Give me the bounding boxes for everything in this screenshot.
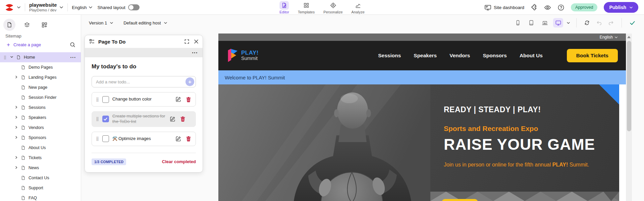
new-todo-input[interactable] [96,79,185,84]
delete-icon[interactable] [185,136,192,142]
todo-checkbox-checked[interactable] [102,116,109,122]
site-preview-canvas[interactable]: English PLAY! Summit Sessions Speakers V… [218,34,626,201]
nav-link-vendors[interactable]: Vendors [449,53,470,59]
welcome-banner[interactable]: Welcome to PLAY! Summit [218,70,626,84]
preview-scrollbar[interactable] [626,34,632,201]
device-tablet-button[interactable] [526,18,536,27]
chevron-right-icon[interactable] [14,155,19,160]
tab-templates[interactable]: Templates [298,1,315,14]
chevron-right-icon[interactable] [14,75,19,80]
pages-panel-button[interactable] [3,19,15,31]
delete-icon[interactable] [185,96,192,103]
tree-item-sessions[interactable]: Sessions [0,103,81,113]
edit-icon[interactable] [169,116,176,122]
clear-completed-button[interactable]: Clear completed [162,159,196,164]
edit-icon[interactable] [175,136,181,142]
site-selector[interactable]: playwebsite PlayDemo / dev [29,2,57,12]
tree-item-demo-pages[interactable]: Demo Pages [0,62,81,72]
tree-item-vendors[interactable]: Vendors [0,123,81,133]
page-icon [21,95,25,100]
expand-icon[interactable] [184,39,189,44]
reload-canvas-button[interactable] [583,18,591,27]
drag-handle-icon[interactable]: ⣿ [96,136,99,141]
save-confirm-check-icon[interactable] [628,18,637,27]
create-page-button[interactable]: + Create a page [7,42,41,48]
redo-button[interactable] [607,18,615,27]
undo-button[interactable] [595,18,603,27]
tree-item-news[interactable]: News [0,163,81,173]
tab-personalize[interactable]: Personalize [323,1,342,14]
tree-item-speakers[interactable]: Speakers [0,113,81,123]
delete-icon[interactable] [180,116,186,122]
chevron-right-icon[interactable] [14,165,19,171]
nav-link-sponsors[interactable]: Sponsors [483,53,506,59]
tab-editor[interactable]: Editor [279,1,289,14]
todo-checkbox[interactable] [102,135,109,142]
layers-icon [24,22,30,28]
drag-handle-icon[interactable]: ⣿ [3,55,7,60]
book-tickets-button[interactable]: Book Tickets [567,49,618,62]
app-switcher-chevron-icon[interactable] [17,6,21,9]
chevron-right-icon[interactable] [14,105,19,110]
help-icon[interactable] [557,4,565,11]
tree-item-faq[interactable]: FAQ [0,193,81,201]
tree-item-home[interactable]: ⣿ Home ••• [0,52,81,62]
drag-handle-icon[interactable]: ⣿ [96,117,99,121]
edit-icon[interactable] [175,96,181,103]
components-panel-button[interactable] [38,19,50,31]
chevron-right-icon[interactable] [14,135,19,140]
todo-panel-toolbar: ••• [85,48,203,57]
chevron-right-icon[interactable] [14,115,19,120]
nav-link-sessions[interactable]: Sessions [378,53,401,59]
tree-item-about-us[interactable]: About Us [0,143,81,153]
play-summit-logo[interactable]: PLAY! Summit [226,49,259,63]
tree-item-new-page[interactable]: New page [0,82,81,92]
todo-checkbox[interactable] [102,96,109,103]
sitecore-logo-icon[interactable] [5,3,14,12]
tree-item-sponsors[interactable]: Sponsors [0,133,81,143]
add-todo-button[interactable]: + [185,77,194,86]
more-options-icon[interactable]: ••• [70,55,76,59]
device-desktop-button[interactable] [553,18,563,27]
tab-analyze[interactable]: Analyze [352,1,365,14]
page-icon [6,22,12,28]
publish-button[interactable]: Publish [604,2,638,13]
language-chevron-icon[interactable] [89,6,93,9]
layers-panel-button[interactable] [21,19,33,31]
preview-language-bar: English [218,34,626,41]
personalize-icon [328,1,338,10]
tree-item-tickets[interactable]: Tickets [0,153,81,163]
preview-language-label[interactable]: English [600,35,613,40]
hero-section[interactable]: READY | STEADY | PLAY! Sports and Recrea… [218,84,626,201]
scrollbar-thumb[interactable] [627,41,631,131]
tree-item-landing-pages[interactable]: Landing Pages [0,72,81,82]
tree-item-session-finder[interactable]: Session Finder [0,92,81,103]
tree-item-contact-us[interactable]: Contact Us [0,173,81,183]
left-sidebar: Sitemap + Create a page ⣿ Home ••• Demo … [0,15,81,201]
chevron-right-icon[interactable] [14,125,19,130]
chevron-down-icon[interactable] [9,55,15,60]
device-phone-button[interactable] [513,18,523,27]
tab-label: Templates [298,10,315,14]
language-selector[interactable]: English [72,5,87,10]
search-icon[interactable] [70,42,75,48]
site-dashboard-link[interactable]: Site dashboard [484,4,524,11]
partial-yellow-button[interactable] [442,199,478,201]
page-icon [21,176,25,180]
tree-item-support[interactable]: Support [0,183,81,193]
more-options-icon[interactable]: ••• [192,51,198,55]
drag-handle-icon[interactable]: ⣿ [96,97,99,102]
scroll-up-arrow-icon[interactable] [627,36,631,38]
preview-eye-icon[interactable] [544,4,551,11]
site-selector-chevron-icon[interactable] [59,6,63,9]
plugins-icon[interactable] [531,4,538,11]
shared-layout-toggle[interactable] [128,4,140,10]
version-dropdown[interactable]: Version 1 [89,20,113,25]
nav-link-about-us[interactable]: About Us [520,53,543,59]
close-icon[interactable] [194,39,199,44]
device-laptop-button[interactable] [540,18,550,27]
device-chevron-icon[interactable] [567,22,570,24]
nav-link-speakers[interactable]: Speakers [414,53,437,59]
laptop-icon [542,20,548,26]
editing-host-dropdown[interactable]: Default editing host [123,20,167,25]
